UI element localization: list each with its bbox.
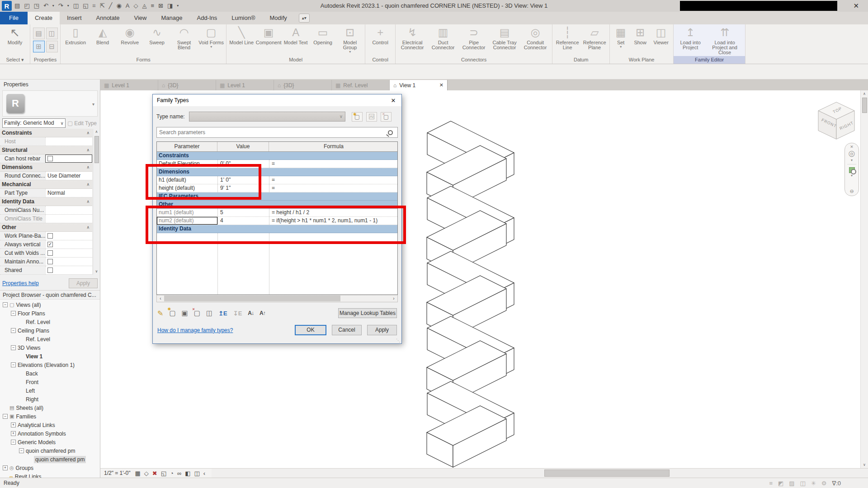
tree-item-ref-level-2[interactable]: Ref. Level (0, 335, 100, 343)
pipe-connector-button[interactable]: ⊃Pipe Connector (459, 26, 489, 50)
view-tab-3d-2[interactable]: ⌂{3D} (274, 80, 332, 90)
edit-parameter-icon[interactable]: ✎ (157, 309, 163, 318)
dialog-title-bar[interactable]: Family Types ✕ (153, 94, 401, 106)
can-host-rebar-checkbox[interactable] (47, 156, 53, 161)
scrollbar-thumb[interactable] (862, 98, 867, 113)
property-row-shared[interactable]: Shared (0, 266, 92, 275)
reference-line-button[interactable]: ┆Reference Line (554, 26, 580, 50)
tab-file[interactable]: File (0, 12, 28, 24)
tree-item-quoin-chamfered-pm-type[interactable]: quoin chamfered pm (0, 455, 100, 464)
active-workset-icon[interactable]: ▨ (789, 480, 794, 487)
search-icon[interactable] (388, 130, 393, 135)
tree-item-front[interactable]: Front (0, 378, 100, 386)
tab-manage[interactable]: Manage (154, 12, 190, 24)
tree-item-analytical-links[interactable]: +Analytical Links (0, 421, 100, 429)
tab-add-ins[interactable]: Add-Ins (189, 12, 224, 24)
panel-label-select[interactable]: Select ▾ (0, 56, 30, 64)
worksharing-display-icon[interactable]: ◫ (194, 470, 199, 477)
cut-with-voids-checkbox[interactable] (47, 250, 53, 256)
print-icon[interactable]: ◫ (73, 1, 79, 11)
tree-item-quoin-chamfered-pm[interactable]: −quoin chamfered pm (0, 446, 100, 455)
locked-3d-view-icon[interactable]: ◧ (185, 470, 190, 477)
duct-connector-button[interactable]: ▥Duct Connector (428, 26, 458, 50)
redo-caret-icon[interactable]: ▾ (67, 1, 69, 11)
viewer-button[interactable]: ◫Viewer (651, 26, 671, 45)
collapse-chevron-icon[interactable]: ∧ (86, 199, 92, 204)
close-view-tab-icon[interactable]: ✕ (439, 82, 443, 88)
delete-type-button[interactable]: ▢✕ (381, 112, 392, 122)
column-parameter[interactable]: Parameter (157, 142, 217, 151)
component-button[interactable]: ▣Component (255, 26, 282, 45)
tag-icon[interactable]: ◉ (116, 1, 121, 11)
scroll-right-icon[interactable]: › (390, 296, 397, 301)
tree-item-groups[interactable]: +◎Groups (0, 464, 100, 472)
control-button[interactable]: +Control (367, 26, 393, 45)
tree-item-annotation-symbols[interactable]: +Annotation Symbols (0, 429, 100, 438)
view-tab-level-1[interactable]: ▦Level 1 (100, 80, 158, 90)
load-into-project-and-close-button[interactable]: ⇈Load into Project and Close (706, 26, 743, 55)
vertical-scrollbar[interactable]: ∧ ∨ (860, 90, 868, 468)
collapse-chevron-icon[interactable]: ∧ (86, 182, 92, 187)
navbar-close-icon[interactable]: ✕ (850, 145, 854, 149)
work-plane-based-checkbox[interactable] (47, 233, 53, 239)
revolve-button[interactable]: ◉Revolve (117, 26, 143, 45)
properties-group-structural[interactable]: Structural∧ (0, 146, 92, 155)
apply-button[interactable]: Apply (367, 325, 397, 335)
tree-item-families[interactable]: −▣Families (0, 412, 100, 421)
rename-type-button[interactable]: AI (366, 112, 377, 122)
property-row-omniclass-number[interactable]: OmniClass Nu... (0, 206, 92, 215)
tree-item-views[interactable]: −▢Views (all) (0, 300, 100, 309)
param-group-constraints[interactable]: Constraints (157, 152, 397, 160)
void-forms-button[interactable]: ▢Void Forms▾ (198, 26, 224, 49)
customize-qat-icon[interactable]: ▾ (177, 1, 179, 11)
column-value[interactable]: Value (217, 142, 269, 151)
sort-descending-icon[interactable]: A↑ (259, 310, 265, 316)
reveal-hidden-elements-icon[interactable]: ∞ (177, 470, 181, 477)
property-row-omniclass-title[interactable]: OmniClass Title (0, 215, 92, 223)
model-line-button[interactable]: ╲Model Line (228, 26, 255, 45)
redo-icon[interactable]: ↷ (58, 1, 63, 11)
property-row-host[interactable]: Host (0, 137, 92, 146)
cable-tray-connector-button[interactable]: ▤Cable Tray Connector (490, 26, 519, 50)
manage-lookup-tables-button[interactable]: Manage Lookup Tables (338, 308, 397, 318)
tree-item-elevations[interactable]: −Elevations (Elevation 1) (0, 361, 100, 369)
scrollbar-thumb[interactable] (544, 469, 670, 477)
view-tab-3d[interactable]: ⌂{3D} (158, 80, 216, 90)
copy-parameter-icon[interactable]: ◫ (206, 309, 212, 317)
scroll-down-icon[interactable]: ∨ (93, 268, 100, 275)
tree-collapse-toggle[interactable]: − (3, 414, 8, 419)
navbar-caret-icon[interactable]: ▾ (851, 158, 853, 163)
scroll-up-icon[interactable]: ∧ (93, 129, 100, 135)
delete-parameter-icon[interactable]: ▢✕ (194, 309, 200, 317)
tree-item-ceiling-plans[interactable]: −Ceiling Plans (0, 326, 100, 335)
tree-expand-toggle[interactable]: + (11, 422, 16, 427)
tree-collapse-toggle[interactable]: − (11, 440, 16, 445)
visual-style-icon[interactable]: ◇ (144, 470, 149, 477)
zoom-region-icon[interactable] (849, 167, 855, 173)
property-row-always-vertical[interactable]: Always vertical✓ (0, 240, 92, 249)
property-row-maintain-annotation[interactable]: Maintain Anno... (0, 258, 92, 266)
tree-item-ref-level[interactable]: Ref. Level (0, 318, 100, 326)
conduit-connector-button[interactable]: ◎Conduit Connector (520, 26, 550, 50)
tree-item-left[interactable]: Left (0, 386, 100, 395)
section-icon[interactable]: ◬ (142, 1, 146, 11)
dialog-horizontal-scrollbar[interactable]: ‹ › (156, 295, 398, 302)
tab-annotate[interactable]: Annotate (89, 12, 127, 24)
default-3d-view-icon[interactable]: ◇ (133, 1, 138, 11)
property-row-cut-with-voids[interactable]: Cut with Voids ... (0, 249, 92, 258)
ok-button[interactable]: OK (295, 325, 326, 335)
settings-gear-icon[interactable]: ⚙ (821, 480, 827, 487)
tree-collapse-toggle[interactable]: − (11, 328, 16, 333)
sweep-button[interactable]: ∿Sweep (144, 26, 170, 45)
dialog-close-icon[interactable]: ✕ (385, 97, 401, 104)
view-tab-ref-level[interactable]: ▦Ref. Level (332, 80, 390, 90)
tab-lumion[interactable]: Lumion® (224, 12, 262, 24)
open-icon[interactable]: ◰ (24, 1, 29, 11)
tab-modify[interactable]: Modify (263, 12, 294, 24)
properties-scrollbar[interactable]: ∧ ∨ (93, 129, 100, 275)
print-pdf-icon[interactable]: ◱ (83, 1, 88, 11)
tree-item-right[interactable]: Right (0, 395, 100, 404)
tree-item-floor-plans[interactable]: −Floor Plans (0, 309, 100, 318)
revit-logo-icon[interactable]: R (2, 1, 12, 11)
electrical-connector-button[interactable]: ↯Electrical Connector (397, 26, 427, 50)
